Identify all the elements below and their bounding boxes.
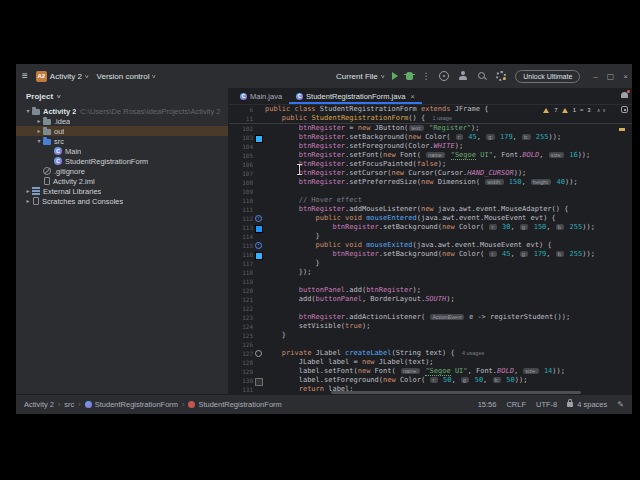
tree-item-label: Activity 2 <box>43 107 76 116</box>
line-number: 129 <box>229 368 253 375</box>
override-method-icon[interactable]: ↑ <box>255 242 262 249</box>
code-text: public StudentRegistrationForm() { 1 usa… <box>265 114 452 123</box>
gutter[interactable] <box>253 340 265 349</box>
scrollbar-warning-mark[interactable] <box>619 128 625 131</box>
gutter[interactable] <box>253 250 265 259</box>
gutter[interactable] <box>253 160 265 169</box>
code-area[interactable]: 102 btnRegister = new JButton(text: "Reg… <box>229 124 632 395</box>
ai-assistant-icon[interactable] <box>621 106 628 113</box>
indent-widget[interactable]: 4 spaces <box>577 400 607 409</box>
inspections-widget[interactable]: 71≈3∧∨ <box>543 107 608 113</box>
encoding-widget[interactable]: UTF-8 <box>536 400 557 409</box>
line-number: 106 <box>229 161 253 168</box>
code-text: btnRegister.setCursor(new Cursor(Cursor.… <box>265 169 526 178</box>
tree-item-activity-2[interactable]: ▾Activity 2C:\Users\De Rosas\IdeaProject… <box>16 106 228 116</box>
code-text: btnRegister.setBackground(new Color( r: … <box>265 250 595 259</box>
tree-item-scratches-and-consoles[interactable]: ▸Scratches and Consoles <box>16 196 228 206</box>
gutter[interactable] <box>253 268 265 277</box>
tab-main-java[interactable]: CMain.java <box>233 88 289 104</box>
method-gutter-icon[interactable] <box>255 350 262 357</box>
gutter[interactable] <box>253 259 265 268</box>
code-line: 110 // Hover effect <box>229 196 632 205</box>
gutter[interactable] <box>253 151 265 160</box>
line-number: 118 <box>229 269 253 276</box>
gutter[interactable] <box>253 232 265 241</box>
settings-gear-icon[interactable] <box>496 71 506 81</box>
gutter[interactable] <box>253 205 265 214</box>
gutter[interactable] <box>253 349 265 358</box>
tree-item-activity-2-iml[interactable]: Activity 2.iml <box>16 176 228 186</box>
tree-item-src[interactable]: ▾src <box>16 136 228 146</box>
gutter[interactable] <box>253 133 265 142</box>
tree-chevron-icon[interactable]: ▸ <box>24 198 32 204</box>
breadcrumb-item[interactable]: src <box>64 400 74 409</box>
gutter[interactable] <box>253 223 265 232</box>
ignored-file-icon <box>43 167 51 175</box>
tree-chevron-icon[interactable]: ▸ <box>35 118 43 124</box>
debug-button[interactable] <box>406 72 413 80</box>
lock-icon[interactable] <box>567 402 573 407</box>
unlock-ultimate-button[interactable]: Unlock Ultimate <box>515 70 580 83</box>
tree-item-main[interactable]: CMain <box>16 146 228 156</box>
more-actions-button[interactable]: ⋮ <box>421 71 430 81</box>
tree-chevron-icon[interactable]: ▸ <box>24 188 32 194</box>
tree-item-label: Main <box>65 147 81 156</box>
minimize-button[interactable]: – <box>593 72 597 81</box>
gutter[interactable] <box>253 124 265 133</box>
profile-icon[interactable] <box>458 71 468 81</box>
gutter[interactable] <box>253 313 265 322</box>
gutter[interactable] <box>253 178 265 187</box>
run-configuration-selector[interactable]: Current File ∨ <box>336 72 384 81</box>
gutter[interactable]: ↑ <box>253 214 265 223</box>
line-number: 103 <box>229 134 253 141</box>
gutter[interactable] <box>253 105 265 114</box>
tree-chevron-icon[interactable]: ▾ <box>35 138 43 144</box>
run-button[interactable] <box>392 72 398 80</box>
gutter[interactable] <box>253 286 265 295</box>
tree-item-out[interactable]: ▸out <box>16 126 228 136</box>
gutter[interactable] <box>253 304 265 313</box>
gutter[interactable] <box>253 169 265 178</box>
breadcrumb-item[interactable]: StudentRegistrationForm <box>188 400 281 409</box>
caret-position-widget[interactable]: 15:56 <box>478 400 497 409</box>
gutter[interactable] <box>253 196 265 205</box>
tree-item--idea[interactable]: ▸.idea <box>16 116 228 126</box>
project-panel-header[interactable]: Project ∨ <box>16 88 228 104</box>
main-menu-icon[interactable]: ≡ <box>22 71 28 81</box>
tree-chevron-icon[interactable]: ▸ <box>35 128 43 134</box>
vcs-widget[interactable]: Version control ∨ <box>97 72 157 81</box>
breadcrumb-item[interactable]: Activity 2 <box>24 400 54 409</box>
tree-item--gitignore[interactable]: .gitignore <box>16 166 228 176</box>
gutter[interactable] <box>253 295 265 304</box>
inspection-nav-chevrons[interactable]: ∧∨ <box>597 107 608 113</box>
tree-item-label: out <box>54 127 64 136</box>
code-with-me-icon[interactable] <box>439 71 449 81</box>
gutter[interactable] <box>253 322 265 331</box>
close-button[interactable]: × <box>623 72 628 81</box>
tab-close-icon[interactable]: × <box>410 92 415 101</box>
gutter[interactable] <box>253 187 265 196</box>
notifications-bell-icon[interactable] <box>621 92 628 98</box>
tree-chevron-icon[interactable]: ▾ <box>24 108 32 114</box>
tree-item-external-libraries[interactable]: ▸External Libraries <box>16 186 228 196</box>
gutter[interactable] <box>253 277 265 286</box>
gutter[interactable] <box>253 331 265 340</box>
tree-item-studentregistrationform[interactable]: CStudentRegistrationForm <box>16 156 228 166</box>
maximize-button[interactable]: ▢ <box>607 72 615 81</box>
gutter[interactable]: ↑ <box>253 241 265 250</box>
readonly-toggle-icon[interactable]: ✎ <box>617 400 624 409</box>
gutter[interactable] <box>253 142 265 151</box>
breadcrumb-item[interactable]: StudentRegistrationForm <box>85 400 178 409</box>
gutter[interactable] <box>253 114 265 123</box>
gutter[interactable] <box>253 385 265 394</box>
chevron-down-icon: ∨ <box>56 93 61 99</box>
override-method-icon[interactable]: ↑ <box>255 215 262 222</box>
gutter[interactable] <box>253 358 265 367</box>
gutter[interactable] <box>253 376 265 385</box>
tab-studentregistrationform-java[interactable]: CStudentRegistrationForm.java× <box>289 88 422 104</box>
search-everywhere-icon[interactable] <box>477 71 487 81</box>
line-ending-widget[interactable]: CRLF <box>506 400 526 409</box>
gutter[interactable] <box>253 367 265 376</box>
chevron-down-icon: ∨ <box>380 73 385 79</box>
project-widget[interactable]: A2 Activity 2 ∨ <box>36 71 89 82</box>
